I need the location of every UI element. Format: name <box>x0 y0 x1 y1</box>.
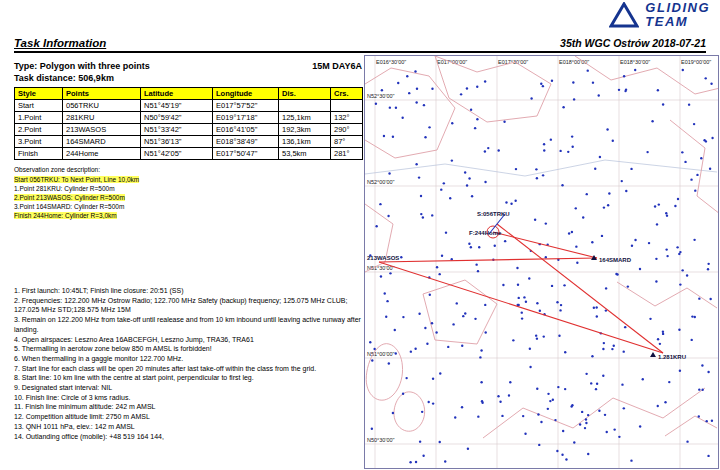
map-waypoint-dot <box>694 189 696 191</box>
map-waypoint-dot <box>484 331 486 333</box>
map-waypoint-dot <box>381 89 383 91</box>
column-header-points: Points <box>63 88 141 100</box>
map-waypoint-dot <box>419 440 421 442</box>
map-waypoint-dot <box>539 309 541 311</box>
map-waypoint-dot <box>451 122 453 124</box>
map-longitude-label: E017°30'00" <box>498 59 528 65</box>
map-longitude-label: E019°00'00" <box>681 59 711 65</box>
table-cell: N50°59'42" <box>141 112 213 124</box>
table-cell: E019°17'18" <box>213 112 279 124</box>
map-waypoint-dot <box>476 86 478 88</box>
task-type-label: Type: Polygon with three points <box>14 61 150 71</box>
map-waypoint-dot <box>505 201 507 203</box>
map-waypoint-dot <box>431 88 433 90</box>
table-cell: Finish <box>15 148 63 160</box>
map-waypoint-dot <box>582 216 584 218</box>
map-waypoint-dot <box>547 408 549 410</box>
table-cell: 2.Point <box>15 124 63 136</box>
map-waypoint-dot <box>623 407 625 409</box>
map-waypoint-dot <box>686 274 688 276</box>
map-waypoint-dot <box>480 381 482 383</box>
map-waypoint-dot <box>651 120 653 122</box>
map-waypoint-dot <box>385 316 387 318</box>
map-waypoint-dot <box>523 296 525 298</box>
map-waypoint-dot <box>524 433 526 435</box>
note-line: 3. Remain on 122.200 MHz from take-off u… <box>14 315 362 334</box>
table-cell: 53,5km <box>279 148 331 160</box>
map-waypoint-dot <box>389 272 391 274</box>
task-leg-line <box>497 224 663 353</box>
map-waypoint-dot <box>594 168 596 170</box>
map-waypoint-dot <box>557 386 559 388</box>
map-waypoint-dot <box>564 388 566 390</box>
map-waypoint-dot <box>481 400 483 402</box>
table-cell: E016°41'05" <box>213 124 279 136</box>
observation-title: Observation zone description: <box>14 165 362 174</box>
map-waypoint-dot <box>665 212 667 214</box>
observation-line: Finish 244Home: Cylinder R=3,0km <box>14 212 117 219</box>
map-waypoint-dot <box>468 243 470 245</box>
map-waypoint-dot <box>606 431 608 433</box>
map-waypoint-dot <box>535 334 537 336</box>
map-airspace-outline <box>435 56 551 122</box>
map-waypoint-dot <box>596 315 598 317</box>
map-waypoint-dot <box>394 329 396 331</box>
map-waypoint-dot <box>510 203 512 205</box>
map-waypoint-dot <box>595 388 597 390</box>
map-waypoint-dot <box>474 127 476 129</box>
logo-line2: TEAM <box>645 15 710 29</box>
map-waypoint-dot <box>613 428 615 430</box>
map-waypoint-dot <box>508 394 510 396</box>
map-waypoint-dot <box>556 450 558 452</box>
table-cell: N51°33'42" <box>141 124 213 136</box>
map-waypoint-dot <box>623 75 625 77</box>
map-waypoint-dot <box>416 88 418 90</box>
map-waypoint-dot <box>474 318 476 320</box>
map-waypoint-dot <box>545 256 547 258</box>
map-waypoint-dot <box>654 205 656 207</box>
note-line: 1. First launch: 10:45LT; Finish line cl… <box>14 286 362 296</box>
map-waypoint-dot <box>693 239 695 241</box>
map-waypoint-dot <box>415 101 417 103</box>
map-longitude-label: E016°30'00" <box>376 59 406 65</box>
map-waypoint-dot <box>618 436 620 438</box>
map-waypoint-dot <box>408 92 410 94</box>
map-waypoint-dot <box>601 235 603 237</box>
table-cell: E018°38'49" <box>213 136 279 148</box>
page-title: Task Information <box>14 37 106 49</box>
note-line: 11. Finish line minimum altitude: 242 m … <box>14 402 362 412</box>
map-waypoint-dot <box>696 174 698 176</box>
map-waypoint-dot <box>571 145 573 147</box>
note-line: 4. Open airspaces: Leszno Area 16ABCEFGH… <box>14 335 362 345</box>
map-waypoint-dot <box>630 459 632 461</box>
map-waypoint-dot <box>388 362 390 364</box>
map-waypoint-dot <box>547 393 549 395</box>
map-waypoint-dot <box>514 200 516 202</box>
map-waypoint-dot <box>536 388 538 390</box>
table-cell: E017°57'52" <box>213 100 279 112</box>
map-waypoint-dot <box>686 440 688 442</box>
observation-line: 2.Point 213WASOS: Cylinder R=500m <box>14 194 125 201</box>
map-waypoint-dot <box>410 350 412 352</box>
map-waypoint-dot <box>658 203 660 205</box>
logo-text: GLIDING TEAM <box>645 1 710 29</box>
map-waypoint-dot <box>540 83 542 85</box>
map-waypoint-dot <box>707 263 709 265</box>
map-waypoint-dot <box>682 69 684 71</box>
map-waypoint-dot <box>655 258 657 260</box>
map-waypoint-dot <box>424 327 426 329</box>
map-waypoint-dot <box>701 364 703 366</box>
map-waypoint-dot <box>388 172 390 174</box>
event-title: 35th WGC Ostrów 2018-07-21 <box>560 37 706 49</box>
table-cell: 281KRU <box>63 112 141 124</box>
map-waypoint-dot <box>648 242 650 244</box>
map-waypoint-dot <box>461 406 463 408</box>
map-waypoint-dot <box>439 441 441 443</box>
table-cell: N51°42'05" <box>141 148 213 160</box>
map-waypoint-dot <box>460 93 462 95</box>
map-waypoint-dot <box>479 356 481 358</box>
map-waypoint-dot <box>487 147 489 149</box>
task-map: E016°30'00"E017°00'00"E017°30'00"E018°00… <box>364 55 719 469</box>
map-waypoint-dot <box>392 136 394 138</box>
map-waypoint-dot <box>435 331 437 333</box>
